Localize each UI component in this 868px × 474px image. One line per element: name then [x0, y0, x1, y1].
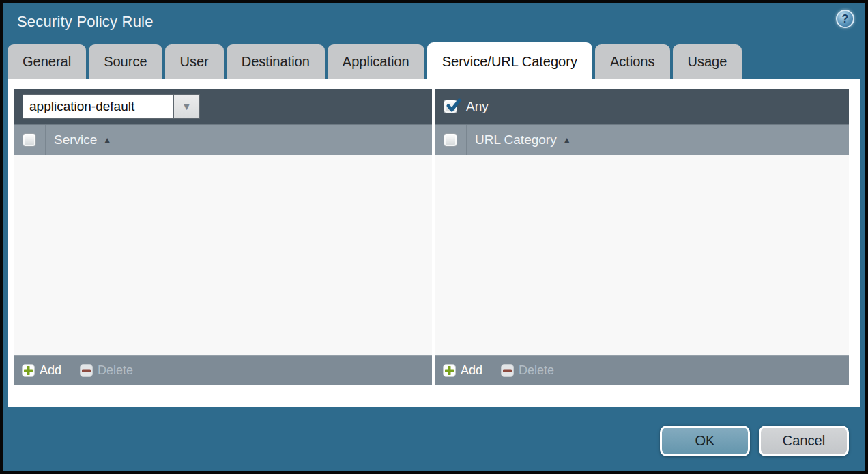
tab-general[interactable]: General: [8, 44, 86, 79]
service-type-dropdown: ▼: [23, 94, 200, 119]
url-category-select-all-cell: [435, 125, 467, 155]
service-type-dropdown-button[interactable]: ▼: [174, 94, 200, 119]
url-category-column-header[interactable]: URL Category ▲: [475, 133, 571, 148]
tab-user[interactable]: User: [165, 44, 224, 79]
service-add-label: Add: [40, 363, 61, 378]
service-toolbar: Add Delete: [14, 355, 432, 385]
delete-icon: [80, 364, 93, 377]
any-checkbox-label: Any: [466, 99, 489, 114]
cancel-button[interactable]: Cancel: [759, 426, 849, 456]
url-category-panel-header: Any: [435, 89, 849, 124]
tab-destination[interactable]: Destination: [227, 44, 325, 79]
add-icon: [443, 364, 456, 377]
tab-application[interactable]: Application: [328, 44, 424, 79]
service-panel: ▼ Service ▲ Add: [14, 89, 432, 385]
service-delete-label: Delete: [98, 363, 133, 378]
service-panel-header: ▼: [14, 89, 432, 124]
help-icon[interactable]: ?: [836, 10, 854, 28]
sort-asc-icon: ▲: [563, 136, 571, 144]
url-category-toolbar: Add Delete: [435, 355, 849, 385]
service-delete-button[interactable]: Delete: [80, 363, 133, 378]
service-select-all-cell: [14, 125, 46, 155]
delete-icon: [501, 364, 514, 377]
url-category-table-header: URL Category ▲: [435, 124, 849, 155]
url-category-add-button[interactable]: Add: [443, 363, 482, 378]
service-column-label: Service: [54, 133, 97, 148]
url-category-add-label: Add: [461, 363, 482, 378]
tab-usage[interactable]: Usage: [673, 44, 742, 79]
url-category-delete-label: Delete: [519, 363, 554, 378]
url-category-table-body: [435, 155, 849, 355]
chevron-down-icon: ▼: [182, 102, 192, 111]
url-category-panel: Any URL Category ▲ Add: [435, 89, 849, 385]
dialog-button-row: OK Cancel: [3, 426, 865, 456]
service-add-button[interactable]: Add: [22, 363, 61, 378]
tab-bar: General Source User Destination Applicat…: [3, 44, 865, 79]
add-icon: [22, 364, 35, 377]
service-select-all-checkbox[interactable]: [23, 133, 36, 147]
titlebar: Security Policy Rule ?: [3, 3, 865, 44]
dialog-title: Security Policy Rule: [17, 13, 154, 30]
any-checkbox[interactable]: [444, 100, 457, 113]
tab-content: ▼ Service ▲ Add: [8, 79, 860, 407]
url-category-delete-button[interactable]: Delete: [501, 363, 554, 378]
security-policy-rule-dialog: Security Policy Rule ? General Source Us…: [0, 0, 868, 474]
tab-actions[interactable]: Actions: [595, 44, 670, 79]
checkmark-icon: [444, 97, 463, 115]
url-category-column-label: URL Category: [475, 133, 557, 148]
tab-source[interactable]: Source: [89, 44, 162, 79]
ok-button[interactable]: OK: [660, 426, 750, 456]
url-category-select-all-checkbox[interactable]: [444, 133, 457, 147]
service-type-input[interactable]: [23, 94, 174, 119]
service-table-body: [14, 155, 432, 355]
sort-asc-icon: ▲: [103, 136, 111, 144]
service-table-header: Service ▲: [14, 124, 432, 155]
tab-service-url-category[interactable]: Service/URL Category: [427, 42, 592, 79]
service-column-header[interactable]: Service ▲: [54, 133, 111, 148]
